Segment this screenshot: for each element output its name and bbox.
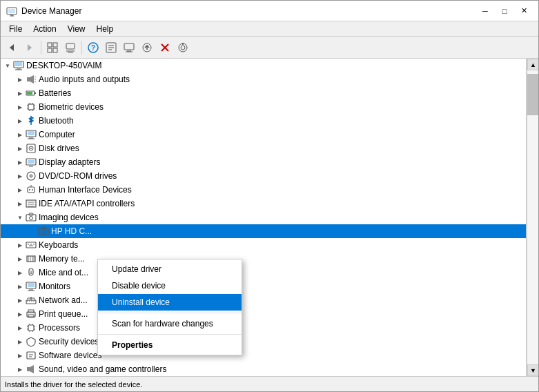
expand-arrow-memory[interactable]: ▶ (16, 255, 24, 263)
window-title: Device Manager (21, 6, 476, 16)
context-menu-item-scan-hardware[interactable]: Scan for hardware changes (98, 315, 242, 332)
context-menu: Update driverDisable deviceUninstall dev… (97, 259, 242, 355)
tree-label-network: Network ad... (39, 295, 88, 305)
tree-item-monitors[interactable]: ▶Monitors (1, 280, 526, 293)
expand-arrow-security[interactable]: ▶ (16, 337, 24, 346)
expand-arrow-print[interactable]: ▶ (16, 310, 24, 318)
expand-arrow-bluetooth[interactable]: ▶ (16, 117, 24, 125)
tree-item-hd-cam[interactable]: HP HD C... (1, 224, 526, 238)
svg-rect-6 (48, 43, 52, 47)
tree-label-imaging: Imaging devices (39, 213, 99, 222)
expand-arrow-software[interactable]: ▶ (16, 351, 24, 360)
tree-item-mice[interactable]: ▶Mice and ot... (1, 266, 526, 280)
expand-arrow-ide[interactable]: ▶ (16, 199, 24, 208)
scrollbar[interactable]: ▲ ▼ (527, 59, 538, 376)
tree-item-biometric[interactable]: ▶Biometric devices (1, 100, 526, 114)
tree-label-bluetooth: Bluetooth (39, 116, 74, 126)
scan-hardware-button[interactable] (175, 39, 191, 56)
menu-view[interactable]: View (62, 21, 91, 36)
svg-rect-79 (26, 242, 36, 248)
tree-label-keyboards: Keyboards (39, 240, 78, 250)
tree-item-network[interactable]: ▶Network ad... (1, 293, 526, 307)
menu-action[interactable]: Action (28, 21, 61, 36)
svg-rect-117 (27, 352, 35, 359)
tree-item-computer[interactable]: ▶Computer (1, 128, 526, 141)
expand-arrow-biometric[interactable]: ▶ (16, 103, 24, 111)
context-menu-item-update-driver[interactable]: Update driver (98, 261, 242, 277)
tree-item-dvd[interactable]: ▶DVD/CD-ROM drives (1, 169, 526, 183)
tree-label-batteries: Batteries (39, 88, 71, 98)
expand-arrow-dvd[interactable]: ▶ (16, 172, 24, 180)
svg-point-58 (30, 148, 32, 149)
expand-arrow-imaging[interactable]: ▼ (16, 213, 24, 222)
menu-file[interactable]: File (3, 21, 28, 36)
device-icon-ide (26, 198, 37, 209)
tree-label-software: Software devices (39, 351, 101, 360)
svg-rect-65 (28, 187, 35, 193)
menu-help[interactable]: Help (91, 21, 119, 36)
expand-arrow-hd-cam[interactable] (28, 227, 37, 235)
minimize-button[interactable]: ─ (476, 4, 494, 18)
expand-arrow-computer[interactable]: ▶ (16, 130, 24, 139)
expand-arrow-display[interactable]: ▶ (16, 158, 24, 166)
context-menu-item-disable-device[interactable]: Disable device (98, 277, 242, 294)
close-button[interactable]: ✕ (515, 4, 533, 18)
context-menu-item-uninstall-device[interactable]: Uninstall device (98, 294, 242, 311)
tree-item-batteries[interactable]: ▶Batteries (1, 86, 526, 100)
show-hidden-button[interactable] (44, 39, 61, 56)
scroll-thumb[interactable] (527, 74, 538, 115)
help-button[interactable]: ? (85, 39, 101, 56)
expand-arrow-audio[interactable]: ▶ (16, 75, 24, 84)
back-button[interactable] (3, 39, 20, 56)
expand-arrow-keyboards[interactable]: ▶ (16, 241, 24, 249)
expand-arrow-root[interactable]: ▼ (3, 61, 12, 70)
tree-item-sound[interactable]: ▶Sound, video and game controllers (1, 362, 526, 376)
svg-rect-69 (26, 200, 36, 207)
device-icon-hid (26, 184, 37, 195)
tree-item-audio[interactable]: ▶Audio inputs and outputs (1, 72, 526, 86)
tree-item-hid[interactable]: ▶Human Interface Devices (1, 183, 526, 197)
expand-arrow-hid[interactable]: ▶ (16, 186, 24, 194)
scroll-down-button[interactable]: ▼ (527, 364, 538, 376)
maximize-button[interactable]: □ (496, 4, 513, 18)
tree-item-ide[interactable]: ▶IDE ATA/ATAPI controllers (1, 197, 526, 210)
svg-rect-53 (28, 131, 35, 135)
tree-item-security[interactable]: ▶Security devices (1, 335, 526, 349)
tree-item-print[interactable]: ▶Print queue... (1, 307, 526, 321)
expand-arrow-monitors[interactable]: ▶ (16, 282, 24, 291)
devices-by-type-button[interactable] (62, 39, 79, 56)
expand-arrow-network[interactable]: ▶ (16, 296, 24, 304)
forward-button[interactable] (21, 39, 38, 56)
tree-item-keyboards[interactable]: ▶Keyboards (1, 238, 526, 252)
svg-rect-19 (124, 43, 134, 50)
tree-item-root[interactable]: ▼DESKTOP-450VAIM (1, 59, 526, 72)
tree-item-disk[interactable]: ▶Disk drives (1, 141, 526, 155)
tree-item-imaging[interactable]: ▼Imaging devices (1, 210, 526, 224)
expand-arrow-sound[interactable]: ▶ (16, 365, 24, 373)
expand-arrow-processors[interactable]: ▶ (16, 324, 24, 332)
expand-arrow-mice[interactable]: ▶ (16, 268, 24, 277)
tree-label-audio: Audio inputs and outputs (39, 75, 130, 84)
device-icon-computer (26, 129, 37, 140)
tree-panel[interactable]: ▼DESKTOP-450VAIM▶Audio inputs and output… (1, 59, 527, 376)
update-driver-button[interactable] (139, 39, 155, 56)
scroll-track[interactable] (527, 70, 538, 364)
tree-item-software[interactable]: ▶Software devices (1, 349, 526, 362)
tree-item-bluetooth[interactable]: ▶Bluetooth (1, 114, 526, 128)
menu-bar: File Action View Help (1, 21, 538, 37)
device-icon-sound (26, 364, 37, 375)
context-menu-item-properties[interactable]: Properties (98, 337, 242, 353)
status-text: Installs the driver for the selected dev… (5, 380, 142, 389)
scan-button[interactable] (121, 39, 137, 56)
tree-label-print: Print queue... (39, 309, 88, 319)
device-icon-memory (26, 253, 37, 264)
scroll-up-button[interactable]: ▲ (527, 59, 538, 70)
tree-item-memory[interactable]: ▶Memory te... (1, 252, 526, 266)
expand-arrow-batteries[interactable]: ▶ (16, 89, 24, 97)
device-icon-hd-cam (38, 226, 49, 237)
tree-item-display[interactable]: ▶Display adapters (1, 155, 526, 169)
tree-item-processors[interactable]: ▶Processors (1, 321, 526, 335)
expand-button[interactable] (103, 39, 119, 56)
uninstall-button[interactable] (157, 39, 173, 56)
expand-arrow-disk[interactable]: ▶ (16, 144, 24, 153)
